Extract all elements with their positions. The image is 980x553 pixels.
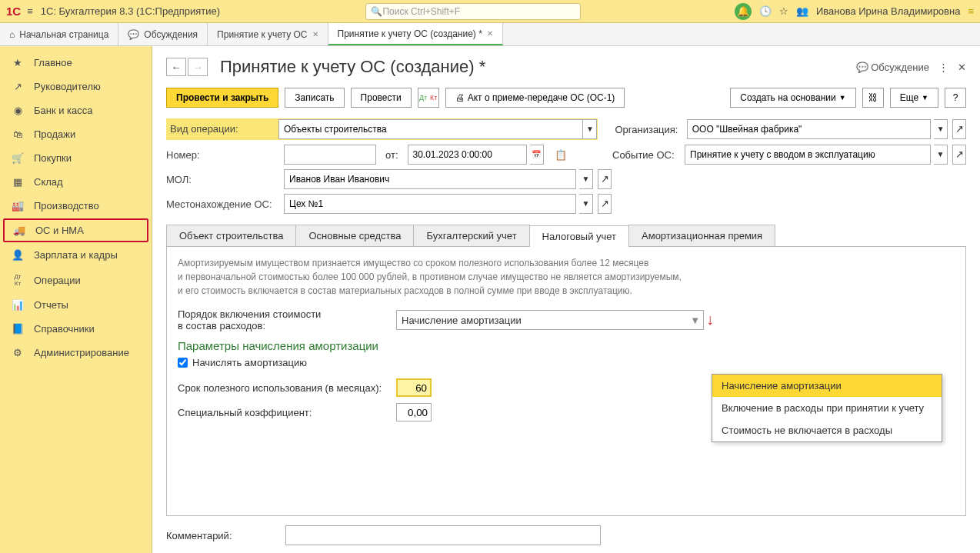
- useful-life-label: Срок полезного использования (в месяцах)…: [178, 382, 393, 394]
- sidebar-item-bank[interactable]: ◉Банк и касса: [0, 98, 152, 122]
- chat-icon: 💬: [128, 29, 139, 40]
- book-icon: 📘: [11, 323, 25, 335]
- write-button[interactable]: Записать: [285, 88, 344, 108]
- dropdown-option[interactable]: Начисление амортизации: [712, 375, 942, 397]
- truck-icon: 🚚: [12, 225, 26, 236]
- sidebar-item-reports[interactable]: 📊Отчеты: [0, 293, 152, 317]
- sidebar-item-warehouse[interactable]: ▦Склад: [0, 170, 152, 194]
- trend-icon: ↗: [11, 81, 25, 92]
- sidebar: ★Главное ↗Руководителю ◉Банк и касса 🛍Пр…: [0, 46, 152, 553]
- arrow-annotation: ↓: [706, 311, 714, 328]
- open-button[interactable]: ↗: [598, 169, 612, 189]
- dropdown-button[interactable]: ▼: [583, 119, 597, 139]
- tab-construction-object[interactable]: Объект строительства: [166, 225, 296, 246]
- tab-fixed-assets[interactable]: Основные средства: [295, 225, 414, 246]
- info-text: Амортизируемым имуществом признается иму…: [178, 256, 955, 298]
- calendar-button[interactable]: 📅: [530, 145, 544, 165]
- bell-icon[interactable]: 🔔: [735, 3, 752, 20]
- order-label: Порядок включения стоимости: [178, 308, 393, 320]
- location-input[interactable]: [284, 194, 576, 214]
- gear-icon: ⚙: [11, 347, 25, 358]
- sidebar-item-operations[interactable]: ДтКтОперации: [0, 267, 152, 293]
- comment-input[interactable]: [285, 525, 601, 545]
- page-title: Принятие к учету ОС (создание) *: [220, 57, 485, 77]
- sidebar-item-main[interactable]: ★Главное: [0, 51, 152, 75]
- expense-order-dropdown[interactable]: Начисление амортизации ▼ ↓: [396, 310, 704, 330]
- chevron-down-icon[interactable]: ▼: [690, 315, 700, 326]
- open-button[interactable]: ↗: [952, 145, 966, 165]
- operation-type-input[interactable]: [278, 119, 583, 139]
- coefficient-input[interactable]: [396, 403, 432, 421]
- link-button[interactable]: ⛓: [862, 88, 884, 108]
- open-button[interactable]: ↗: [952, 119, 966, 139]
- expense-order-dropdown-list: Начисление амортизации Включение в расхо…: [712, 374, 942, 442]
- top-bar: 1C ≡ 1С: Бухгалтерия 8.3 (1С:Предприятие…: [0, 0, 980, 23]
- sidebar-item-production[interactable]: 🏭Производство: [0, 194, 152, 218]
- discuss-button[interactable]: 💬 Обсуждение: [856, 62, 929, 73]
- settings-icon[interactable]: ≡: [968, 5, 974, 17]
- post-button[interactable]: Провести: [351, 88, 412, 108]
- sidebar-item-references[interactable]: 📘Справочники: [0, 317, 152, 341]
- more-actions-icon[interactable]: ⋮: [938, 62, 948, 73]
- event-input[interactable]: [685, 145, 931, 165]
- history-icon[interactable]: 🕓: [759, 5, 772, 17]
- help-button[interactable]: ?: [945, 88, 966, 108]
- sidebar-item-manager[interactable]: ↗Руководителю: [0, 75, 152, 98]
- more-button[interactable]: Еще ▼: [890, 88, 938, 108]
- dropdown-option[interactable]: Включение в расходы при принятии к учету: [712, 397, 942, 419]
- nav-back-button[interactable]: ←: [166, 58, 186, 76]
- tab-depreciation-bonus[interactable]: Амортизационная премия: [628, 225, 775, 246]
- grid-icon: ▦: [11, 176, 25, 188]
- nav-forward-button[interactable]: →: [188, 58, 208, 76]
- checkbox-input[interactable]: [178, 358, 188, 368]
- clipboard-icon[interactable]: 📋: [555, 149, 567, 161]
- number-input[interactable]: [284, 145, 376, 165]
- organization-label: Организация:: [615, 124, 683, 135]
- dtkt-button[interactable]: ДтКт: [418, 88, 439, 108]
- dropdown-option[interactable]: Стоимость не включается в расходы: [712, 419, 942, 441]
- user-icon[interactable]: 👥: [796, 5, 808, 17]
- sidebar-item-sales[interactable]: 🛍Продажи: [0, 122, 152, 146]
- open-button[interactable]: ↗: [598, 194, 612, 214]
- tab-home[interactable]: ⌂Начальная страница: [0, 23, 118, 45]
- home-icon: ⌂: [9, 29, 15, 40]
- search-icon: 🔍: [371, 6, 382, 17]
- sidebar-item-purchases[interactable]: 🛒Покупки: [0, 146, 152, 170]
- create-based-button[interactable]: Создать на основании ▼: [730, 88, 855, 108]
- organization-input[interactable]: [687, 119, 932, 139]
- star-icon[interactable]: ☆: [779, 5, 788, 17]
- sidebar-item-payroll[interactable]: 👤Зарплата и кадры: [0, 243, 152, 267]
- tab-discussions[interactable]: 💬Обсуждения: [118, 23, 208, 45]
- search-input[interactable]: 🔍 Поиск Ctrl+Shift+F: [365, 3, 581, 20]
- dropdown-button[interactable]: ▼: [579, 169, 593, 189]
- cart-icon: 🛒: [11, 152, 25, 164]
- star-icon: ★: [11, 57, 25, 68]
- dropdown-button[interactable]: ▼: [934, 119, 948, 139]
- logo-1c: 1C: [6, 5, 21, 18]
- close-icon[interactable]: ✕: [958, 62, 966, 73]
- useful-life-input[interactable]: [396, 378, 432, 397]
- user-name: Иванова Ирина Владимировна: [816, 5, 961, 17]
- date-input[interactable]: [408, 145, 527, 165]
- section-title: Параметры начисления амортизации: [178, 339, 955, 352]
- mol-label: МОЛ:: [166, 174, 281, 185]
- menu-icon[interactable]: ≡: [27, 5, 33, 17]
- tab-strip: ⌂Начальная страница 💬Обсуждения Принятие…: [0, 23, 980, 46]
- print-act-button[interactable]: 🖨 Акт о приеме-передаче ОС (ОС-1): [445, 88, 625, 108]
- post-and-close-button[interactable]: Провести и закрыть: [166, 88, 278, 108]
- dtkt-icon: ДтКт: [11, 273, 25, 287]
- tab-os-accept[interactable]: Принятие к учету ОС✕: [208, 23, 328, 45]
- dropdown-button[interactable]: ▼: [579, 194, 593, 214]
- from-label: от:: [385, 149, 398, 161]
- mol-input[interactable]: [284, 169, 576, 189]
- location-label: Местонахождение ОС:: [166, 198, 281, 210]
- close-icon[interactable]: ✕: [312, 30, 318, 38]
- sidebar-item-fixed-assets[interactable]: 🚚ОС и НМА: [3, 218, 148, 242]
- amortize-checkbox[interactable]: Начислять амортизацию: [178, 357, 955, 368]
- tab-accounting[interactable]: Бухгалтерский учет: [413, 225, 529, 246]
- tab-os-accept-create[interactable]: Принятие к учету ОС (создание) *✕: [328, 23, 503, 45]
- sidebar-item-admin[interactable]: ⚙Администрирование: [0, 341, 152, 365]
- tab-tax-accounting[interactable]: Налоговый учет: [529, 225, 629, 247]
- close-icon[interactable]: ✕: [487, 29, 493, 38]
- dropdown-button[interactable]: ▼: [934, 145, 948, 165]
